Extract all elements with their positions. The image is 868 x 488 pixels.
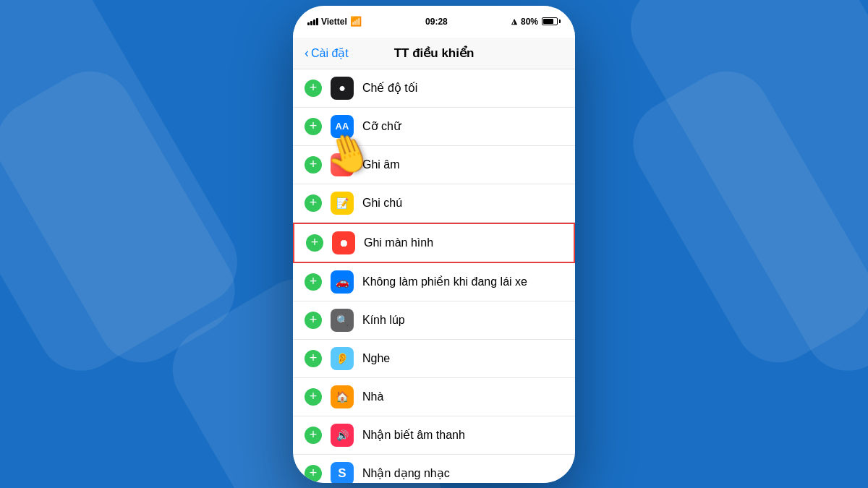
- plus-icon: +: [310, 351, 318, 364]
- add-button-ghi-am[interactable]: +: [305, 156, 322, 174]
- icon-ghi-chu: 📝: [331, 192, 354, 215]
- status-bar: Viettel 📶 09:28 ◮ 80%: [293, 6, 575, 38]
- wifi-icon: 📶: [350, 16, 362, 27]
- add-button-kinh-lup[interactable]: +: [305, 312, 322, 329]
- add-button-nhan-biet-am-thanh[interactable]: +: [305, 427, 322, 444]
- label-ghi-chu: Ghi chú: [362, 197, 563, 210]
- che-do-toi-symbol: ●: [339, 82, 346, 95]
- signal-bar-3: [313, 20, 315, 25]
- add-button-che-do-toi[interactable]: +: [305, 80, 322, 97]
- icon-nghe: 👂: [331, 347, 354, 370]
- list-item-nhan-biet-am-thanh[interactable]: + 🔊 Nhận biết âm thanh: [293, 416, 575, 455]
- nghe-symbol: 👂: [336, 352, 349, 365]
- content-area: + ● Chế độ tối + AA Cỡ chữ +: [293, 69, 575, 483]
- list-item-ghi-am[interactable]: + ✦ Ghi âm 🤚: [293, 146, 575, 184]
- signal-bar-2: [310, 21, 312, 25]
- plus-icon: +: [310, 313, 318, 326]
- back-chevron-icon: ‹: [305, 46, 309, 61]
- add-button-ghi-man-hinh[interactable]: +: [306, 234, 323, 252]
- add-button-khong-lam-phien[interactable]: +: [305, 273, 322, 291]
- kinh-lup-symbol: 🔍: [336, 314, 349, 326]
- back-label: Cài đặt: [311, 46, 349, 60]
- plus-icon: +: [310, 390, 318, 403]
- label-nhan-biet-am-thanh: Nhận biết âm thanh: [362, 428, 563, 442]
- add-button-nghe[interactable]: +: [305, 350, 322, 367]
- nav-bar: ‹ Cài đặt TT điều khiển: [293, 38, 575, 69]
- add-button-nha[interactable]: +: [305, 388, 322, 406]
- khong-lam-phien-symbol: 🚗: [336, 275, 349, 288]
- list-item-ghi-man-hinh[interactable]: + ⏺ Ghi màn hình: [293, 223, 575, 263]
- add-button-co-chu[interactable]: +: [305, 118, 322, 135]
- plus-icon: +: [310, 196, 318, 209]
- plus-icon: +: [310, 466, 318, 479]
- nhan-biet-am-thanh-symbol: 🔊: [336, 429, 349, 441]
- add-button-ghi-chu[interactable]: +: [305, 194, 322, 212]
- battery-percent: 80%: [521, 17, 538, 27]
- label-nha: Nhà: [362, 390, 563, 403]
- list-item-ghi-chu[interactable]: + 📝 Ghi chú: [293, 184, 575, 223]
- label-nhan-dang-nhac: Nhận dạng nhạc: [362, 466, 563, 480]
- icon-nhan-dang-nhac: S: [331, 462, 354, 483]
- ghi-man-hinh-symbol: ⏺: [339, 237, 349, 249]
- status-right: ◮ 80%: [511, 17, 561, 27]
- control-center-list: + ● Chế độ tối + AA Cỡ chữ +: [293, 69, 575, 483]
- nha-symbol: 🏠: [336, 390, 349, 403]
- nhan-dang-nhac-symbol: S: [338, 466, 346, 481]
- plus-icon: +: [311, 236, 319, 249]
- label-ghi-am: Ghi âm: [362, 158, 563, 171]
- plus-icon: +: [310, 158, 318, 171]
- list-item-che-do-toi[interactable]: + ● Chế độ tối: [293, 69, 575, 108]
- signal-bar-1: [307, 22, 310, 25]
- battery-icon: [542, 17, 561, 25]
- list-item-nghe[interactable]: + 👂 Nghe: [293, 340, 575, 378]
- icon-khong-lam-phien: 🚗: [331, 270, 354, 294]
- list-item-nha[interactable]: + 🏠 Nhà: [293, 378, 575, 416]
- icon-nha: 🏠: [331, 385, 354, 408]
- plus-icon: +: [310, 119, 318, 132]
- label-che-do-toi: Chế độ tối: [362, 81, 563, 95]
- plus-icon: +: [310, 275, 318, 288]
- signal-bar-4: [316, 18, 318, 25]
- ghi-chu-symbol: 📝: [336, 197, 349, 209]
- label-khong-lam-phien: Không làm phiền khi đang lái xe: [362, 275, 563, 288]
- plus-icon: +: [310, 81, 318, 94]
- status-time: 09:28: [425, 17, 448, 27]
- label-co-chu: Cỡ chữ: [362, 119, 563, 133]
- location-icon: ◮: [511, 17, 517, 25]
- icon-ghi-man-hinh: ⏺: [332, 231, 355, 254]
- add-button-nhan-dang-nhac[interactable]: +: [305, 465, 322, 482]
- plus-icon: +: [310, 428, 318, 441]
- list-item-nhan-dang-nhac[interactable]: + S Nhận dạng nhạc: [293, 455, 575, 483]
- list-item-khong-lam-phien[interactable]: + 🚗 Không làm phiền khi đang lái xe: [293, 263, 575, 301]
- page-title: TT điều khiển: [394, 46, 475, 61]
- icon-nhan-biet-am-thanh: 🔊: [331, 424, 354, 447]
- label-kinh-lup: Kính lúp: [362, 314, 563, 327]
- carrier-name: Viettel: [321, 17, 347, 27]
- label-ghi-man-hinh: Ghi màn hình: [364, 236, 562, 249]
- icon-kinh-lup: 🔍: [331, 309, 354, 332]
- phone-frame: Viettel 📶 09:28 ◮ 80% ‹ Cài đặt TT điều …: [293, 6, 575, 483]
- list-item-kinh-lup[interactable]: + 🔍 Kính lúp: [293, 301, 575, 340]
- icon-che-do-toi: ●: [331, 77, 354, 100]
- signal-bars: [307, 18, 318, 25]
- label-nghe: Nghe: [362, 352, 563, 365]
- status-carrier: Viettel 📶: [307, 16, 362, 27]
- back-button[interactable]: ‹ Cài đặt: [305, 46, 349, 61]
